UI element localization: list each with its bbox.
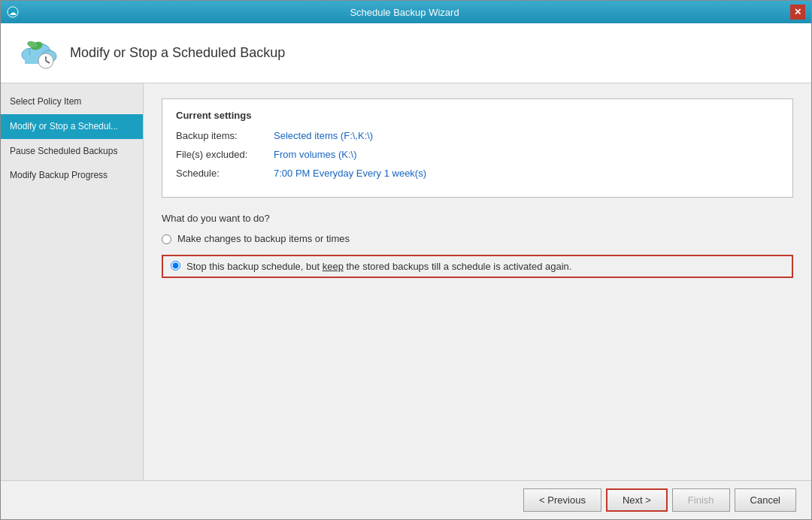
previous-button[interactable]: < Previous [523, 488, 601, 512]
finish-button[interactable]: Finish [672, 488, 730, 512]
radio2-pre-text: Stop this backup schedule, but [186, 261, 323, 272]
what-do-section: What do you want to do? Make changes to … [162, 213, 793, 278]
files-excluded-value: From volumes (K:\) [274, 149, 357, 160]
schedule-row: Schedule: 7:00 PM Everyday Every 1 week(… [176, 168, 779, 179]
app-icon: ☁ [7, 6, 19, 18]
next-button[interactable]: Next > [606, 488, 668, 512]
footer-bar: < Previous Next > Finish Cancel [1, 480, 811, 519]
files-excluded-label: File(s) excluded: [176, 149, 274, 160]
sidebar: Select Policy Item Modify or Stop a Sche… [1, 83, 144, 480]
radio-make-changes-label[interactable]: Make changes to backup items or times [177, 233, 350, 244]
schedule-label: Schedule: [176, 168, 274, 179]
what-do-title: What do you want to do? [162, 213, 793, 224]
main-panel: Current settings Backup items: Selected … [144, 83, 811, 480]
sidebar-item-select-policy[interactable]: Select Policy Item [1, 89, 143, 114]
radio-option-1: Make changes to backup items or times [162, 233, 793, 244]
title-bar-text: Schedule Backup Wizard [19, 7, 790, 18]
wizard-window: ☁ Schedule Backup Wizard ✕ Modify or Sto… [0, 0, 812, 520]
sidebar-item-progress[interactable]: Modify Backup Progress [1, 163, 143, 188]
settings-title: Current settings [176, 110, 779, 121]
radio2-post-text: the stored backups till a schedule is ac… [344, 261, 572, 272]
radio-option-2-container: Stop this backup schedule, but keep the … [162, 255, 793, 278]
page-title: Modify or Stop a Scheduled Backup [70, 45, 285, 61]
files-excluded-row: File(s) excluded: From volumes (K:\) [176, 149, 779, 160]
backup-items-row: Backup items: Selected items (F:\,K:\) [176, 130, 779, 141]
sidebar-item-pause[interactable]: Pause Scheduled Backups [1, 139, 143, 164]
radio-stop-schedule[interactable] [171, 261, 180, 271]
sidebar-item-modify-stop[interactable]: Modify or Stop a Schedul... [1, 114, 143, 139]
header-area: Modify or Stop a Scheduled Backup [1, 23, 811, 83]
current-settings-box: Current settings Backup items: Selected … [162, 98, 793, 198]
schedule-value: 7:00 PM Everyday Every 1 week(s) [274, 168, 426, 179]
cancel-button[interactable]: Cancel [735, 488, 796, 512]
content-area: Select Policy Item Modify or Stop a Sche… [1, 83, 811, 480]
radio2-underline-text: keep [323, 261, 344, 272]
backup-items-label: Backup items: [176, 130, 274, 141]
radio-make-changes[interactable] [162, 234, 171, 244]
close-button[interactable]: ✕ [790, 5, 805, 20]
backup-icon [16, 32, 58, 74]
title-bar: ☁ Schedule Backup Wizard ✕ [1, 1, 811, 23]
svg-text:☁: ☁ [9, 8, 17, 17]
radio-stop-schedule-label[interactable]: Stop this backup schedule, but keep the … [186, 261, 571, 272]
backup-items-value: Selected items (F:\,K:\) [274, 130, 373, 141]
